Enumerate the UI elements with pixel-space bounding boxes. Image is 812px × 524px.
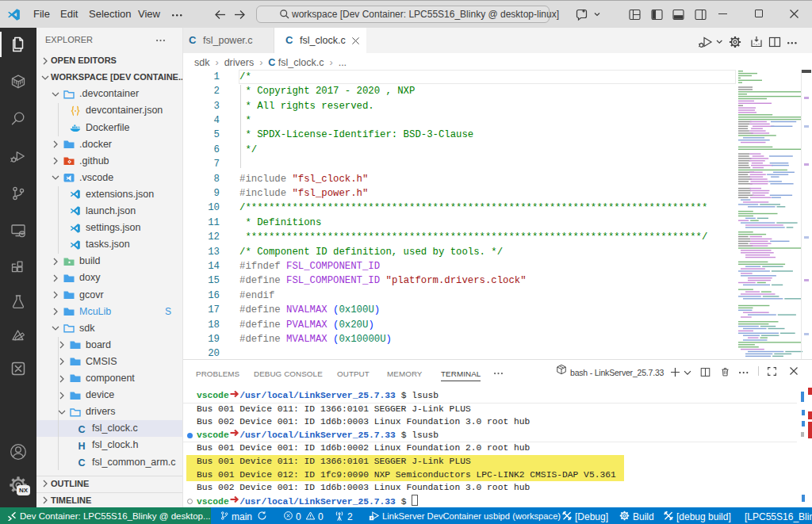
svg-text:C: C xyxy=(78,457,85,468)
svg-text:C: C xyxy=(78,423,85,434)
svg-text:H: H xyxy=(78,440,85,451)
